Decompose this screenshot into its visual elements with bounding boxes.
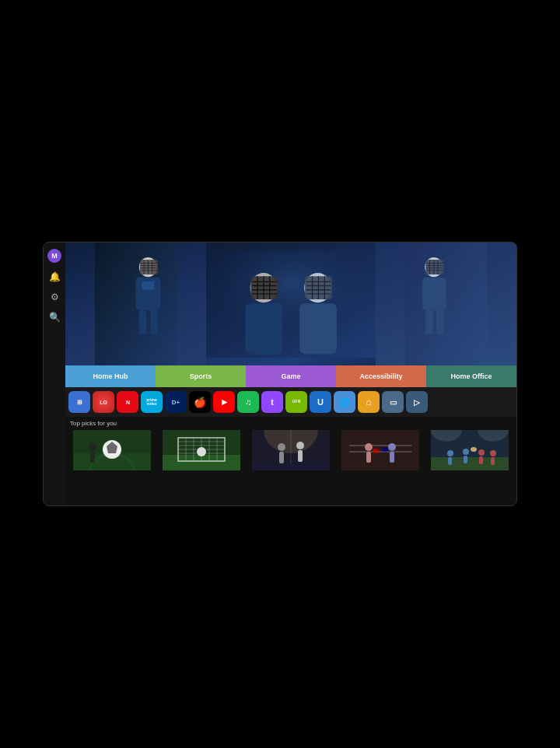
svg-point-92 bbox=[463, 449, 469, 455]
hero-right bbox=[376, 243, 516, 365]
tab-game[interactable]: Game bbox=[246, 365, 336, 387]
svg-rect-35 bbox=[299, 303, 337, 354]
screen-share-icon[interactable]: ▭ bbox=[382, 391, 404, 413]
svg-rect-48 bbox=[436, 310, 443, 335]
pick-4[interactable] bbox=[337, 430, 424, 470]
pick-5[interactable] bbox=[426, 430, 513, 470]
svg-rect-97 bbox=[491, 457, 495, 465]
tv-frame: M 🔔 ⚙ 🔍 bbox=[43, 242, 517, 506]
apple-tv-icon[interactable]: 🍎 bbox=[189, 391, 211, 413]
svg-rect-38 bbox=[425, 260, 443, 274]
avatar[interactable]: M bbox=[47, 249, 61, 263]
twitch-icon[interactable]: t bbox=[261, 391, 283, 413]
tab-sports[interactable]: Sports bbox=[156, 365, 246, 387]
search-icon[interactable]: 🔍 bbox=[48, 311, 61, 323]
svg-point-84 bbox=[373, 449, 379, 453]
web-browser-icon[interactable]: 🌐 bbox=[334, 391, 355, 413]
svg-rect-75 bbox=[252, 463, 330, 470]
svg-rect-47 bbox=[425, 310, 432, 335]
main-content: Home Hub Sports Game Accessibility Home … bbox=[65, 243, 516, 505]
tab-home-office[interactable]: Home Office bbox=[426, 365, 516, 387]
svg-rect-55 bbox=[90, 452, 95, 463]
top-picks-section: Top picks for you bbox=[65, 417, 516, 505]
svg-point-85 bbox=[382, 447, 388, 452]
svg-rect-77 bbox=[341, 430, 419, 470]
uplay-icon[interactable]: U bbox=[310, 391, 331, 413]
hero-banner bbox=[65, 243, 516, 365]
sidebar: M 🔔 ⚙ 🔍 bbox=[44, 243, 65, 505]
svg-rect-95 bbox=[479, 456, 483, 464]
netflix-icon[interactable]: N bbox=[117, 391, 138, 413]
svg-rect-11 bbox=[139, 310, 146, 335]
svg-point-71 bbox=[278, 443, 285, 451]
youtube-icon[interactable]: ▶ bbox=[213, 391, 235, 413]
nav-tabs: Home Hub Sports Game Accessibility Home … bbox=[65, 365, 516, 387]
svg-rect-12 bbox=[151, 310, 158, 335]
pick-2[interactable] bbox=[158, 430, 245, 470]
svg-rect-2 bbox=[140, 260, 158, 274]
svg-point-90 bbox=[447, 450, 453, 456]
svg-rect-83 bbox=[390, 452, 394, 463]
disney-plus-icon[interactable]: D+ bbox=[165, 391, 187, 413]
notification-icon[interactable]: 🔔 bbox=[48, 271, 61, 283]
top-picks-label: Top picks for you bbox=[68, 420, 513, 427]
svg-rect-74 bbox=[298, 450, 303, 462]
spotify-icon[interactable]: ♫ bbox=[237, 391, 259, 413]
pick-1[interactable] bbox=[68, 430, 156, 470]
apps-icon[interactable]: ⊞ bbox=[68, 391, 90, 413]
extra-app-icon[interactable]: ▷ bbox=[406, 391, 428, 413]
tab-home-hub[interactable]: Home Hub bbox=[65, 365, 156, 387]
svg-rect-46 bbox=[422, 278, 446, 310]
svg-point-80 bbox=[365, 443, 373, 451]
prime-video-icon[interactable]: primevideo bbox=[141, 391, 163, 413]
pick-3[interactable] bbox=[247, 430, 334, 470]
svg-rect-17 bbox=[251, 276, 278, 299]
svg-rect-81 bbox=[366, 452, 371, 463]
svg-rect-15 bbox=[206, 250, 376, 357]
top-picks-grid bbox=[68, 430, 513, 470]
smart-home-icon[interactable]: ⌂ bbox=[358, 391, 380, 413]
svg-point-54 bbox=[89, 443, 96, 451]
svg-rect-89 bbox=[431, 457, 509, 470]
tab-accessibility[interactable]: Accessibility bbox=[336, 365, 426, 387]
lg-channels-icon[interactable]: LG bbox=[93, 391, 114, 413]
hero-center bbox=[206, 243, 376, 365]
svg-point-73 bbox=[296, 442, 304, 449]
svg-rect-91 bbox=[448, 457, 452, 465]
svg-point-98 bbox=[471, 447, 477, 452]
svg-point-68 bbox=[197, 447, 206, 456]
svg-rect-93 bbox=[464, 456, 467, 463]
svg-point-94 bbox=[478, 449, 485, 456]
svg-point-96 bbox=[490, 450, 496, 456]
svg-point-82 bbox=[388, 443, 396, 451]
settings-icon[interactable]: ⚙ bbox=[48, 291, 61, 303]
svg-rect-13 bbox=[142, 281, 155, 290]
app-row: ⊞ LG N primevideo D+ 🍎 ▶ ♫ t GFN U 🌐 ⌂ ▭… bbox=[65, 387, 516, 417]
svg-rect-25 bbox=[246, 303, 283, 354]
svg-rect-72 bbox=[279, 452, 284, 463]
geforce-now-icon[interactable]: GFN bbox=[285, 391, 307, 413]
hero-left bbox=[65, 243, 206, 365]
